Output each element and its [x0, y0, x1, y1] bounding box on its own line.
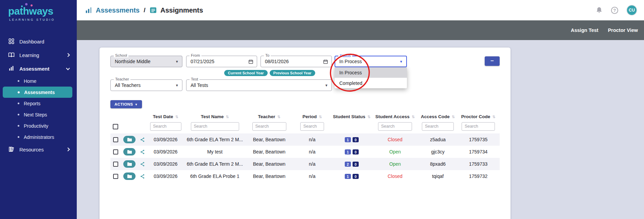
sidebar-item-label: Resources [19, 147, 44, 152]
assignments-card: School Northside Middle ▼ From 07/21/202… [100, 48, 511, 219]
column-header-proctor-code[interactable]: Proctor Code⇅ [457, 112, 500, 121]
column-header-teacher[interactable]: Teacher⇅ [246, 112, 292, 121]
share-icon[interactable] [140, 174, 145, 179]
sidebar-item-next-steps[interactable]: Next Steps [3, 109, 72, 120]
spacer-cell [332, 121, 371, 133]
status-count-badge[interactable]: 0 [353, 162, 359, 167]
period-cell: n/a [292, 158, 332, 170]
current-school-year-chip[interactable]: Current School Year [224, 70, 268, 76]
status-count-badge[interactable]: 1 [345, 149, 351, 154]
sidebar-item-reports[interactable]: Reports [3, 98, 72, 109]
sidebar-item-dashboard[interactable]: Dashboard [0, 35, 77, 48]
teacher-cell: Bear, Beartown [246, 133, 292, 146]
folder-button[interactable] [123, 160, 136, 168]
to-value: 08/01/2026 [265, 59, 323, 64]
search-test-name-input[interactable] [191, 122, 239, 131]
status-option-in-process[interactable]: In Process [335, 67, 407, 78]
sort-icon[interactable]: ⇅ [452, 115, 455, 119]
bullet-icon [18, 114, 19, 115]
caret-down-icon: ▼ [399, 60, 403, 63]
sort-icon[interactable]: ⇅ [277, 115, 280, 119]
folder-button[interactable] [123, 148, 136, 156]
calendar-icon[interactable] [248, 59, 253, 64]
search-teacher-input[interactable] [252, 122, 286, 131]
collapse-filters-button[interactable]: − [485, 56, 500, 66]
previous-school-year-chip[interactable]: Previous School Year [270, 70, 315, 76]
sort-icon[interactable]: ⇅ [319, 115, 322, 119]
search-access-code-input[interactable] [422, 122, 454, 131]
status-count-badge[interactable]: 0 [353, 174, 359, 179]
breadcrumb-assessments-link[interactable]: Assessments [96, 6, 140, 14]
search-student-access-input[interactable] [378, 122, 412, 131]
sidebar-item-resources[interactable]: Resources [0, 143, 77, 156]
actions-menu-button[interactable]: ACTIONS▼ [110, 100, 142, 108]
status-select[interactable]: Status In Process ▼ [335, 56, 407, 67]
subitem-label: Reports [24, 101, 40, 106]
teacher-select[interactable]: Teacher All Teachers ▼ [110, 79, 182, 91]
calendar-icon[interactable] [323, 59, 328, 64]
row-checkbox[interactable] [113, 137, 118, 142]
sidebar-item-administrators[interactable]: Administrators [3, 131, 72, 143]
status-count-badge[interactable]: 1 [345, 174, 351, 179]
status-option-completed[interactable]: Completed [335, 78, 407, 88]
caret-down-icon: ▼ [135, 103, 138, 106]
assignment-list-icon [149, 6, 157, 14]
status-count-badge[interactable]: 1 [345, 137, 351, 142]
teacher-cell: Bear, Beartown [246, 158, 292, 170]
student-access-cell: Closed [371, 170, 419, 182]
sidebar: pathways LEARNING STUDIO Dashboard Learn… [0, 0, 77, 219]
sidebar-item-label: Learning [19, 52, 39, 58]
help-icon[interactable]: ? [611, 7, 618, 14]
notifications-bell-icon[interactable] [595, 6, 603, 14]
column-header-student-status[interactable]: Student Status⇅ [332, 112, 371, 121]
app-window: pathways LEARNING STUDIO Dashboard Learn… [0, 0, 644, 219]
column-header-test-name[interactable]: Test Name⇅ [183, 112, 246, 121]
test-label: Test [190, 77, 199, 81]
share-icon[interactable] [140, 149, 145, 154]
sidebar-item-home[interactable]: Home [3, 75, 72, 87]
sidebar-item-productivity[interactable]: Productivity [3, 120, 72, 131]
student-status-cell: 10 [332, 146, 371, 158]
sidebar-item-assessment[interactable]: Assessment [0, 62, 77, 75]
sort-icon[interactable]: ⇅ [175, 115, 178, 119]
row-checkbox[interactable] [113, 174, 118, 179]
proctor-view-button[interactable]: Proctor View [608, 28, 638, 33]
test-select[interactable]: Test All Tests ▼ [186, 79, 332, 91]
column-header-period[interactable]: Period⇅ [292, 112, 332, 121]
sort-icon[interactable]: ⇅ [226, 115, 229, 119]
test-date-cell: 03/09/2026 [148, 158, 183, 170]
sidebar-item-learning[interactable]: Learning [0, 48, 77, 62]
student-access-cell: Open [371, 146, 419, 158]
search-test-date-input[interactable] [150, 122, 181, 131]
student-status-cell: 10 [332, 133, 371, 146]
share-icon[interactable] [140, 162, 145, 167]
sort-icon[interactable]: ⇅ [492, 115, 495, 119]
column-header-access-code[interactable]: Access Code⇅ [419, 112, 457, 121]
status-count-badge[interactable]: 2 [345, 162, 351, 167]
sort-icon[interactable]: ⇅ [412, 115, 415, 119]
subitem-label: Home [24, 78, 36, 84]
assign-test-button[interactable]: Assign Test [571, 28, 598, 33]
school-select[interactable]: School Northside Middle ▼ [110, 56, 182, 67]
search-proctor-code-input[interactable] [462, 122, 495, 131]
select-all-checkbox[interactable] [113, 124, 118, 129]
status-count-badge[interactable]: 0 [353, 149, 359, 154]
column-header-test-date[interactable]: Test Date⇅ [148, 112, 183, 121]
status-label: Status [338, 54, 352, 58]
caret-down-icon: ▼ [175, 60, 179, 63]
logo-dot-icon [21, 5, 23, 7]
from-date-input[interactable]: From 07/21/2025 [186, 56, 257, 67]
status-count-badge[interactable]: 0 [353, 137, 359, 142]
to-date-input[interactable]: To 08/01/2026 [261, 56, 332, 67]
sort-icon[interactable]: ⇅ [368, 115, 371, 119]
library-icon [8, 146, 15, 153]
share-icon[interactable] [140, 137, 145, 142]
folder-button[interactable] [123, 172, 136, 180]
sidebar-item-assessments[interactable]: Assessments [3, 87, 72, 98]
folder-button[interactable] [123, 136, 136, 143]
row-checkbox[interactable] [113, 149, 118, 154]
search-period-input[interactable] [300, 122, 324, 131]
row-checkbox[interactable] [113, 162, 118, 167]
column-header-student-access[interactable]: Student Access⇅ [371, 112, 419, 121]
user-avatar[interactable]: CU [626, 5, 637, 16]
